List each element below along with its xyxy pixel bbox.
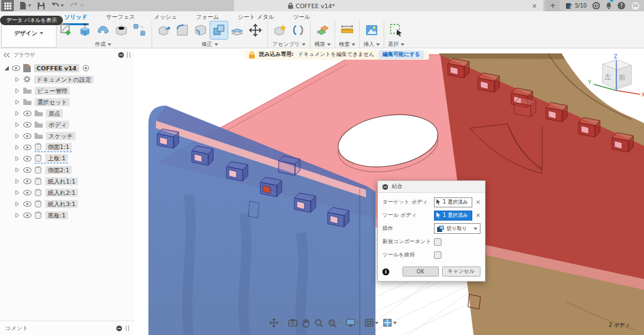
expand-arrow-icon[interactable] <box>15 77 20 82</box>
ok-button[interactable]: OK <box>402 266 439 277</box>
move-icon[interactable] <box>247 21 264 39</box>
notifications-center-icon[interactable] <box>592 2 600 9</box>
dialog-header[interactable]: 結合 <box>378 181 485 193</box>
document-tab[interactable]: COFFEE v14* × <box>234 0 543 11</box>
select-tool-icon[interactable] <box>387 21 405 39</box>
group-label[interactable]: 構築 <box>314 41 325 48</box>
expand-arrow-icon[interactable] <box>15 99 20 104</box>
display-settings-icon[interactable] <box>346 319 360 327</box>
tree-root-item[interactable]: COFFEE v14 <box>0 62 134 74</box>
visibility-eye-icon[interactable] <box>23 145 31 150</box>
expand-arrow-icon[interactable] <box>15 201 20 206</box>
hole-icon[interactable] <box>113 21 130 39</box>
tree-item[interactable]: ドキュメントの設定 <box>0 74 134 85</box>
fillet-icon[interactable] <box>174 21 191 39</box>
visibility-eye-icon[interactable] <box>23 111 31 116</box>
extrude-icon[interactable] <box>76 21 94 39</box>
visibility-eye-icon[interactable] <box>23 190 31 195</box>
comments-resize-handle[interactable] <box>126 326 129 331</box>
target-body-field[interactable]: 1 選択済み <box>434 197 472 207</box>
pattern-icon[interactable] <box>131 21 148 39</box>
expand-arrow-icon[interactable] <box>15 145 20 150</box>
visibility-eye-icon[interactable] <box>12 65 20 71</box>
comments-bar[interactable]: コメント <box>0 321 134 335</box>
viewports-icon[interactable] <box>383 319 397 327</box>
tree-item[interactable]: 選択セット <box>0 96 134 107</box>
group-label[interactable]: 作成 <box>95 41 106 48</box>
tree-item[interactable]: 原点 <box>0 107 134 119</box>
expand-arrow-icon[interactable] <box>15 111 20 116</box>
make-editable-button[interactable]: 編集可能にする <box>379 50 424 59</box>
dialog-grip-icon[interactable] <box>382 184 388 190</box>
visibility-eye-icon[interactable] <box>23 122 31 128</box>
visibility-eye-icon[interactable] <box>23 178 31 184</box>
tree-item[interactable]: 側面1:1 <box>0 141 134 153</box>
group-label[interactable]: 挿入 <box>364 41 374 48</box>
data-panel-grid-icon[interactable] <box>1 0 14 11</box>
press-pull-icon[interactable] <box>155 21 173 39</box>
save-icon[interactable] <box>38 3 45 9</box>
measure-icon[interactable] <box>338 21 356 39</box>
collapse-arrows-icon[interactable] <box>4 53 10 57</box>
look-at-icon[interactable] <box>288 319 297 327</box>
tree-item[interactable]: 紙入れ2:1 <box>0 187 134 198</box>
group-label[interactable]: 選択 <box>388 41 399 48</box>
orbit-icon[interactable] <box>269 318 284 327</box>
visibility-eye-icon[interactable] <box>23 212 31 218</box>
new-component-icon[interactable] <box>271 21 289 39</box>
new-component-checkbox[interactable] <box>434 238 441 246</box>
info-icon[interactable]: i <box>382 268 389 275</box>
redo-icon[interactable] <box>70 3 84 9</box>
panel-resize-handle[interactable] <box>127 52 130 58</box>
expand-arrow-icon[interactable] <box>15 133 20 138</box>
help-icon[interactable]: ? <box>618 2 625 9</box>
joint-icon[interactable] <box>289 21 307 39</box>
new-tab-button[interactable]: + <box>546 0 560 11</box>
tree-item[interactable]: 紙入れ1:1 <box>0 175 134 187</box>
clear-target-icon[interactable]: ✕ <box>475 199 480 206</box>
construction-plane-icon[interactable] <box>314 21 331 39</box>
viewcube[interactable]: Z X Y 左 前 <box>585 52 644 108</box>
expand-arrow-icon[interactable] <box>15 167 20 172</box>
revolve-icon[interactable] <box>94 21 112 39</box>
notifications-bell-icon[interactable] <box>606 0 612 12</box>
tree-item[interactable]: ボディ <box>0 119 134 130</box>
operation-dropdown[interactable]: 切り取り <box>434 223 480 234</box>
undo-icon[interactable] <box>51 3 64 9</box>
expand-arrow-icon[interactable] <box>15 190 20 195</box>
tree-item[interactable]: ビュー管理 <box>0 85 134 96</box>
expand-arrow-icon[interactable] <box>15 156 20 161</box>
group-label[interactable]: アセンブリ <box>272 41 300 48</box>
close-tab-icon[interactable]: × <box>530 3 540 9</box>
expand-arrow-icon[interactable] <box>15 178 20 184</box>
tree-item[interactable]: 紙入れ3:1 <box>0 198 134 209</box>
expand-arrow-icon[interactable] <box>15 122 20 127</box>
file-icon[interactable] <box>20 2 31 9</box>
activate-radio-icon[interactable] <box>82 65 89 72</box>
job-status-icon[interactable]: 5/10 <box>565 3 587 9</box>
group-label[interactable]: 修正 <box>202 41 213 48</box>
fit-icon[interactable] <box>328 319 341 327</box>
visibility-eye-icon[interactable] <box>23 201 31 207</box>
tree-item[interactable]: スケッチ <box>0 130 134 141</box>
cancel-button[interactable]: キャンセル <box>442 266 481 277</box>
visibility-eye-icon[interactable] <box>23 156 31 162</box>
comments-options-icon[interactable] <box>116 326 122 331</box>
visibility-eye-icon[interactable] <box>23 133 31 139</box>
zoom-icon[interactable] <box>314 319 323 327</box>
visibility-eye-icon[interactable] <box>23 167 31 173</box>
clear-tool-icon[interactable]: ✕ <box>475 212 480 219</box>
chamfer-icon[interactable] <box>192 21 209 39</box>
expand-arrow-icon[interactable] <box>15 88 20 93</box>
keep-tools-checkbox[interactable] <box>434 251 441 259</box>
avatar[interactable]: SS <box>631 1 640 11</box>
group-label[interactable]: 検査 <box>339 41 350 48</box>
insert-canvas-icon[interactable] <box>363 21 380 39</box>
tree-item[interactable]: 上板:1 <box>0 153 134 164</box>
pan-icon[interactable] <box>302 319 310 327</box>
expand-arrow-icon[interactable] <box>15 212 20 217</box>
grid-settings-icon[interactable] <box>365 319 379 327</box>
shell-icon[interactable] <box>228 21 246 39</box>
collapse-arrow-icon[interactable] <box>4 65 9 70</box>
tree-item[interactable]: 底板:1 <box>0 209 134 221</box>
